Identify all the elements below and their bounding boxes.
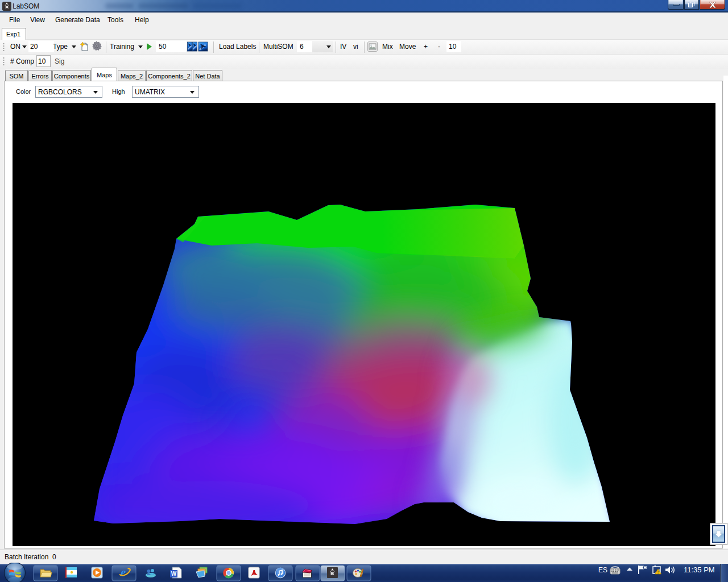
svg-text:!: !: [657, 569, 659, 575]
svg-text:e: e: [121, 566, 126, 579]
svg-text:11:35 PM: 11:35 PM: [684, 566, 715, 574]
svg-text:W: W: [171, 571, 177, 577]
svg-text:ES: ES: [598, 566, 607, 574]
